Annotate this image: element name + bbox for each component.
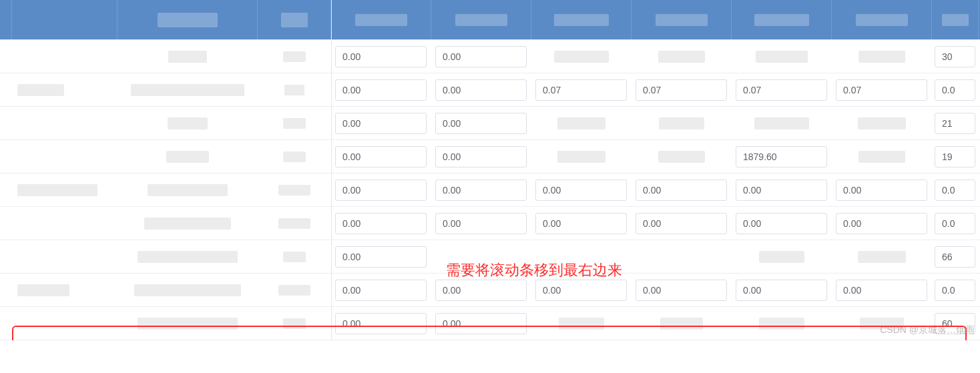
data-cell: [531, 173, 632, 206]
value-input[interactable]: [736, 213, 827, 234]
value-input[interactable]: [636, 280, 727, 301]
value-input[interactable]: [935, 213, 975, 234]
expand-cell[interactable]: [0, 274, 12, 306]
data-cell: [932, 240, 979, 273]
value-input[interactable]: [435, 313, 527, 334]
value-input[interactable]: [435, 46, 527, 67]
value-input[interactable]: [935, 46, 975, 67]
data-cell: [832, 207, 932, 240]
header-col-5: [732, 0, 832, 39]
data-cell: [431, 207, 531, 240]
value-input[interactable]: [335, 146, 427, 167]
table-row: [0, 40, 980, 73]
value-input[interactable]: [636, 79, 727, 101]
data-cell: [932, 173, 979, 206]
value-input[interactable]: [736, 179, 827, 201]
value-input[interactable]: [335, 213, 427, 234]
data-cell: [431, 307, 531, 340]
code-cell: [258, 173, 331, 206]
code-cell: [258, 307, 331, 340]
data-cell: [632, 140, 732, 173]
data-cell: [331, 240, 431, 273]
data-cell: [531, 73, 632, 106]
value-input[interactable]: [335, 280, 427, 301]
expand-cell[interactable]: [0, 207, 12, 240]
value-input[interactable]: [535, 280, 627, 301]
data-cell: [331, 107, 431, 139]
value-input[interactable]: [535, 179, 627, 201]
value-input[interactable]: [736, 280, 827, 301]
name-cell: [117, 207, 258, 240]
expand-cell[interactable]: [0, 40, 12, 73]
value-input[interactable]: [935, 179, 975, 201]
data-cell: [932, 73, 979, 106]
value-input[interactable]: [335, 246, 427, 268]
value-input[interactable]: [736, 79, 827, 101]
code-cell: [258, 107, 331, 139]
value-input[interactable]: [535, 79, 627, 101]
value-input[interactable]: [935, 280, 975, 301]
data-table: 需要将滚动条移到最右边来 行 2 0 CSDN @京城落…烟雨: [0, 0, 980, 340]
group-cell: [12, 207, 117, 240]
expand-cell[interactable]: [0, 73, 12, 106]
table-header: [0, 0, 980, 40]
value-input[interactable]: [435, 280, 527, 301]
table-row: [0, 240, 980, 274]
value-input[interactable]: [335, 179, 427, 201]
data-cell: [732, 240, 832, 273]
data-cell: [732, 140, 832, 173]
data-cell: [431, 240, 531, 273]
table-row: [0, 107, 980, 140]
data-cell: [732, 40, 832, 73]
expand-cell[interactable]: [0, 307, 12, 340]
value-input[interactable]: [935, 246, 975, 268]
data-cell: [331, 307, 431, 340]
value-input[interactable]: [636, 179, 727, 201]
expand-cell[interactable]: [0, 173, 12, 206]
data-cell: [932, 40, 979, 73]
value-input[interactable]: [435, 113, 527, 134]
table-row: [0, 274, 980, 307]
expand-cell[interactable]: [0, 240, 12, 273]
code-cell: [258, 274, 331, 306]
value-input[interactable]: [335, 313, 427, 334]
value-input[interactable]: [836, 179, 927, 201]
data-cell: [732, 173, 832, 206]
value-input[interactable]: [435, 213, 527, 234]
header-col-2: [431, 0, 531, 39]
data-cell: [632, 307, 732, 340]
value-input[interactable]: [836, 213, 927, 234]
value-input[interactable]: [836, 79, 927, 101]
value-input[interactable]: [335, 113, 427, 134]
data-cell: [832, 274, 932, 306]
header-code: [258, 0, 331, 39]
value-input[interactable]: [435, 146, 527, 167]
watermark: CSDN @京城落…烟雨: [880, 324, 975, 336]
data-cell: [932, 207, 979, 240]
data-cell: [632, 274, 732, 306]
expand-cell[interactable]: [0, 107, 12, 139]
header-col-6: [832, 0, 932, 39]
header-expand: [0, 0, 12, 39]
expand-cell[interactable]: [0, 140, 12, 173]
code-cell: [258, 140, 331, 173]
value-input[interactable]: [935, 146, 975, 167]
name-cell: [117, 307, 258, 340]
value-input[interactable]: [335, 46, 427, 67]
value-input[interactable]: [435, 79, 527, 101]
data-cell: [431, 274, 531, 306]
value-input[interactable]: [535, 213, 627, 234]
value-input[interactable]: [935, 79, 975, 101]
value-input[interactable]: [836, 280, 927, 301]
value-input[interactable]: [335, 79, 427, 101]
group-cell: [12, 107, 117, 139]
value-input[interactable]: [636, 213, 727, 234]
value-input[interactable]: [435, 179, 527, 201]
header-col-3: [531, 0, 632, 39]
group-cell: [12, 240, 117, 273]
data-cell: [932, 107, 979, 139]
value-input[interactable]: [935, 113, 975, 134]
value-input[interactable]: [736, 146, 827, 167]
header-col-7: [932, 0, 979, 39]
data-cell: [531, 107, 632, 139]
